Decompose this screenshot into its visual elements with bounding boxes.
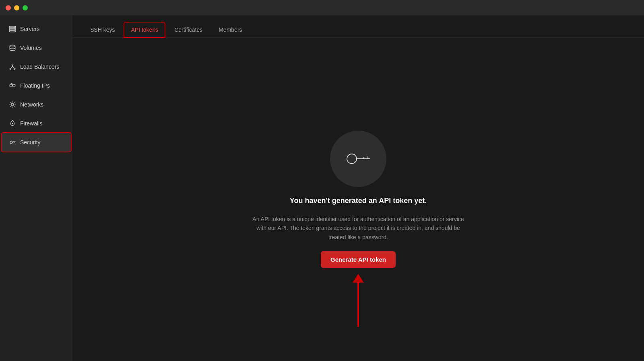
sidebar-item-networks[interactable]: Networks	[2, 95, 71, 114]
arrow-head	[353, 274, 364, 283]
sidebar-item-firewalls[interactable]: Firewalls	[2, 114, 71, 133]
sidebar-item-servers[interactable]: Servers	[2, 20, 71, 38]
sidebar-item-volumes[interactable]: Volumes	[2, 39, 71, 57]
key-icon-circle	[330, 131, 386, 187]
main-content: SSH keys API tokens Certificates Members	[72, 15, 644, 361]
traffic-light-yellow[interactable]	[14, 5, 19, 10]
sidebar-item-floating-ips[interactable]: Floating IPs	[2, 76, 71, 95]
svg-point-3	[14, 27, 15, 27]
sidebar-item-networks-label: Networks	[20, 101, 43, 108]
svg-point-7	[12, 64, 13, 65]
sidebar-item-load-balancers[interactable]: Load Balancers	[2, 57, 71, 76]
arrow-annotation	[353, 274, 364, 327]
titlebar	[0, 0, 644, 15]
traffic-light-red[interactable]	[6, 5, 11, 10]
empty-state-description: An API token is a unique identifier used…	[250, 215, 467, 242]
load-balancer-icon	[9, 63, 16, 70]
tab-members[interactable]: Members	[212, 23, 248, 37]
sidebar: Servers Volumes Load Bala	[0, 15, 72, 361]
svg-point-8	[10, 68, 11, 70]
svg-point-11	[12, 85, 13, 86]
key-sidebar-icon	[9, 139, 16, 146]
arrow-shaft	[357, 283, 359, 327]
empty-state: You haven't generated an API token yet. …	[250, 131, 467, 268]
sidebar-item-firewalls-label: Firewalls	[20, 120, 42, 127]
empty-state-title: You haven't generated an API token yet.	[290, 197, 427, 205]
svg-point-5	[14, 31, 15, 32]
server-icon	[9, 25, 16, 33]
svg-point-9	[14, 68, 15, 70]
tab-certificates[interactable]: Certificates	[168, 23, 209, 37]
svg-point-4	[14, 29, 15, 30]
network-icon	[9, 101, 16, 108]
firewall-icon	[9, 120, 16, 127]
sidebar-item-load-balancers-label: Load Balancers	[20, 64, 59, 70]
sidebar-item-security[interactable]: Security	[2, 133, 71, 152]
volumes-icon	[9, 44, 16, 51]
svg-point-6	[10, 45, 15, 47]
floating-ip-icon	[9, 82, 16, 89]
svg-point-13	[10, 141, 12, 144]
tab-ssh-keys[interactable]: SSH keys	[84, 23, 121, 37]
generate-api-token-button[interactable]: Generate API token	[321, 251, 396, 268]
traffic-light-green[interactable]	[23, 5, 28, 10]
svg-point-14	[347, 154, 357, 164]
tab-api-tokens[interactable]: API tokens	[124, 23, 165, 37]
sidebar-item-servers-label: Servers	[20, 26, 39, 32]
app-layout: Servers Volumes Load Bala	[0, 15, 644, 361]
sidebar-item-floating-ips-label: Floating IPs	[20, 82, 50, 89]
content-area: You haven't generated an API token yet. …	[72, 37, 644, 361]
sidebar-item-volumes-label: Volumes	[20, 45, 42, 51]
svg-point-12	[11, 103, 14, 106]
sidebar-item-security-label: Security	[20, 139, 41, 146]
tabs-bar: SSH keys API tokens Certificates Members	[72, 15, 644, 37]
button-container: Generate API token	[321, 251, 396, 268]
